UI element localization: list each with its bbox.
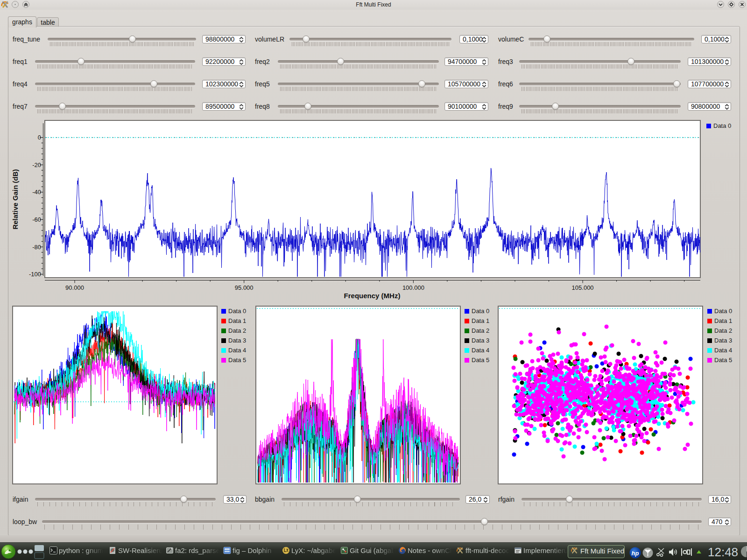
svg-text:hp: hp [632, 550, 639, 557]
svg-text:-20: -20 [32, 161, 41, 168]
svg-text:0: 0 [38, 134, 41, 141]
svg-text:-100: -100 [29, 271, 41, 278]
svg-text:-40: -40 [32, 189, 41, 196]
svg-text:-60: -60 [32, 216, 41, 223]
svg-text:95.000: 95.000 [235, 284, 254, 291]
svg-text:-80: -80 [32, 244, 41, 251]
svg-text:105.000: 105.000 [572, 284, 594, 291]
svg-text:Relative Gain (dB): Relative Gain (dB) [11, 169, 19, 229]
svg-text:Frequency (MHz): Frequency (MHz) [344, 292, 401, 300]
svg-text:90.000: 90.000 [65, 284, 84, 291]
svg-text:100.000: 100.000 [402, 284, 424, 291]
